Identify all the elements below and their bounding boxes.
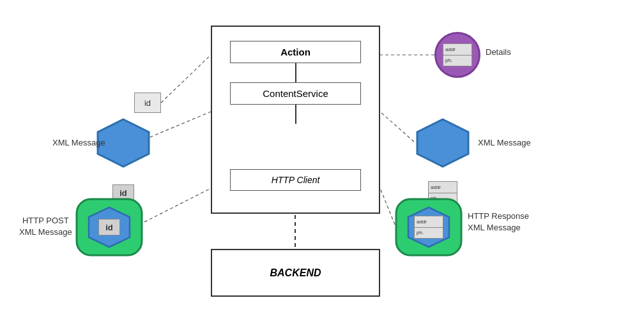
http-response-label: HTTP Response XML Message — [468, 211, 529, 234]
details-label: Details — [486, 47, 511, 58]
action-box: Action — [230, 41, 361, 63]
details-card: addr ph. — [443, 43, 472, 66]
backend-label: BACKEND — [270, 267, 321, 279]
connector-line-2 — [295, 105, 296, 124]
id-box-small: id — [134, 93, 161, 113]
blue-hex-right-shape — [414, 118, 471, 168]
backend-box: BACKEND — [211, 249, 380, 297]
http-response-line2: XML Message — [468, 223, 521, 232]
content-service-box: ContentService — [230, 82, 361, 105]
addr-row-green-right: addr — [415, 216, 443, 228]
ph-row-details: ph. — [443, 56, 471, 66]
svg-line-5 — [380, 112, 414, 142]
green-left-id-label: id — [98, 219, 120, 235]
purple-circle-details: addr ph. — [434, 32, 480, 78]
svg-line-8 — [380, 188, 395, 225]
xml-message-right-label: XML Message — [478, 137, 531, 149]
addr-row-details: addr — [443, 44, 471, 56]
id-small-label: id — [144, 98, 151, 108]
addr-row-right: addr — [429, 182, 457, 193]
hex-green-right: addr ph. — [395, 198, 463, 257]
http-post-line1: HTTP POST — [22, 216, 69, 225]
ph-row-green-right: ph. — [415, 228, 443, 239]
http-client-box: HTTP Client — [230, 169, 361, 191]
xml-message-left-label: XML Message — [52, 137, 105, 149]
hex-green-left: id — [75, 198, 143, 257]
svg-marker-10 — [417, 119, 468, 167]
http-post-label: HTTP POST XML Message — [19, 215, 72, 238]
diagram-container: Action ContentService HTTP Client BACKEN… — [0, 0, 644, 328]
hex-blue-right: addr ph. — [414, 118, 471, 168]
connector-line-1 — [295, 63, 296, 82]
http-post-line2: XML Message — [19, 227, 72, 237]
svg-marker-9 — [98, 119, 149, 167]
http-response-line1: HTTP Response — [468, 211, 529, 221]
svg-line-3 — [161, 55, 211, 103]
main-architecture-box: Action ContentService HTTP Client — [211, 26, 380, 214]
green-right-card: addr ph. — [414, 216, 443, 239]
